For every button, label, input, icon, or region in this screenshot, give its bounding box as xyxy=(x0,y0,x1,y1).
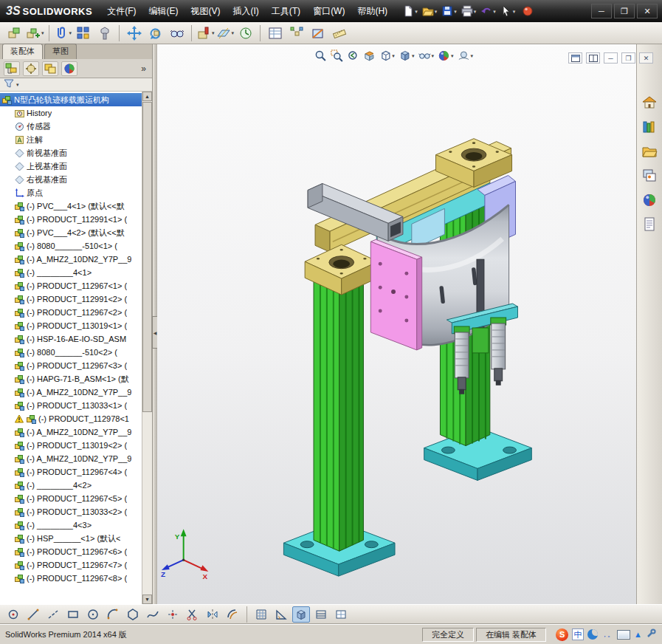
print-button[interactable]: ▾ xyxy=(460,4,478,18)
tree-item[interactable]: (-) PRODUCT_112967<7> ( xyxy=(0,558,142,572)
select-tool-button[interactable]: ▾ xyxy=(499,4,517,18)
tree-item[interactable]: (-) ________4<3> xyxy=(0,518,142,532)
rectangle-tool-button[interactable] xyxy=(64,606,82,623)
tree-item[interactable]: (-) ________4<2> xyxy=(0,479,142,492)
polygon-tool-button[interactable] xyxy=(124,606,142,623)
tree-item[interactable]: (-) A_MHZ2_10DN2_Y7P__9 xyxy=(0,452,142,465)
minimize-button[interactable]: ─ xyxy=(591,4,612,18)
sogou-logo-icon[interactable]: S xyxy=(556,628,568,641)
appearances-scenes-icon[interactable] xyxy=(640,191,660,210)
point-tool-button[interactable] xyxy=(164,606,182,623)
grid-snap-button[interactable] xyxy=(252,606,270,623)
show-hidden-components-button[interactable] xyxy=(167,24,187,43)
punctuation-mode-icon[interactable]: ，。 xyxy=(601,630,613,640)
mirror-entities-button[interactable] xyxy=(204,606,221,623)
insert-components-button[interactable]: ▾ xyxy=(26,26,44,41)
tree-item[interactable]: (-) HSP-16-AE-IO-SD_ASM xyxy=(0,332,142,346)
panel-overflow-chevron[interactable]: » xyxy=(139,64,148,74)
menu-edit[interactable]: 编辑(E) xyxy=(142,2,184,21)
tree-item[interactable]: (-) PRODUCT_112967<8> ( xyxy=(0,572,142,585)
moon-mode-icon[interactable] xyxy=(587,629,598,640)
circle-tool-button[interactable] xyxy=(84,606,102,623)
tree-item[interactable]: (-) PRODUCT_112967<2> ( xyxy=(0,306,142,319)
bill-of-materials-button[interactable] xyxy=(265,24,285,43)
smart-fasteners-button[interactable] xyxy=(94,24,114,43)
scroll-up-icon[interactable]: ▲ xyxy=(142,92,152,101)
model-pink-plate[interactable] xyxy=(370,239,421,350)
split-window-icon[interactable] xyxy=(586,52,600,64)
tree-item[interactable]: N型凸轮轨迹移载搬运机构 xyxy=(0,93,142,106)
linear-component-pattern-button[interactable] xyxy=(73,24,93,43)
tree-item[interactable]: (-) PVC___4<2> (默认<<默 xyxy=(0,226,142,239)
edit-appearance-button[interactable]: ▾ xyxy=(437,49,455,63)
scrollbar-thumb[interactable] xyxy=(142,102,152,412)
restore-button[interactable]: ❐ xyxy=(614,4,635,18)
hide-show-items-button[interactable]: ▾ xyxy=(417,49,435,63)
file-explorer-icon[interactable] xyxy=(640,142,660,161)
display-style-button[interactable]: ▾ xyxy=(398,49,416,63)
move-component-button[interactable] xyxy=(124,24,144,43)
tree-item[interactable]: (-) A_MHZ2_10DN2_Y7P__9 xyxy=(0,425,142,439)
tray-wrench-icon[interactable] xyxy=(646,628,656,640)
undo-button[interactable]: ▾ xyxy=(479,4,497,18)
tree-item[interactable]: (-) PRODUCT_112967<4> ( xyxy=(0,465,142,479)
caret-icon[interactable]: ▾ xyxy=(16,82,19,87)
tree-item[interactable]: (-) PRODUCT_112967<6> ( xyxy=(0,545,142,558)
tree-item[interactable]: 前视基准面 xyxy=(0,146,142,160)
tree-item[interactable]: (-) A_MHZ2_10DN2_Y7P__9 xyxy=(0,253,142,266)
design-library-icon[interactable] xyxy=(640,117,660,137)
new-motion-study-button[interactable] xyxy=(235,24,255,43)
shaded-view-toggle[interactable] xyxy=(292,606,310,623)
spline-tool-button[interactable] xyxy=(144,606,162,623)
arc-tool-button[interactable] xyxy=(104,606,122,623)
save-button[interactable]: ▾ xyxy=(440,4,458,18)
select-button[interactable] xyxy=(4,606,22,623)
tree-item[interactable]: (-) PRODUCT_112991<1> ( xyxy=(0,213,142,226)
model-canvas[interactable]: Y X Z xyxy=(157,44,636,604)
displaymanager-tab[interactable] xyxy=(61,61,77,76)
rotate-component-button[interactable] xyxy=(145,24,165,43)
tray-up-arrow-icon[interactable]: ▲ xyxy=(634,631,642,639)
tree-item[interactable]: (-) HSP______<1> (默认< xyxy=(0,532,142,545)
angle-snap-button[interactable] xyxy=(272,606,290,623)
tree-scrollbar[interactable]: ▲ ▼ xyxy=(142,92,152,604)
propertymanager-tab[interactable] xyxy=(23,61,39,76)
mate-button[interactable]: ▾ xyxy=(54,26,72,41)
assembly-features-button[interactable]: ▾ xyxy=(196,26,215,41)
menu-view[interactable]: 视图(V) xyxy=(185,2,226,21)
tree-item[interactable]: (-) ________4<1> xyxy=(0,266,142,279)
menu-file[interactable]: 文件(F) xyxy=(101,2,142,21)
open-document-button[interactable]: ▾ xyxy=(421,4,439,18)
tree-item[interactable]: 注解 xyxy=(0,133,142,146)
tree-item[interactable]: (-) PRODUCT_112991<2> ( xyxy=(0,292,142,306)
tree-item[interactable]: (-) PVC___4<1> (默认<<默 xyxy=(0,199,142,213)
trim-entities-button[interactable] xyxy=(184,606,201,623)
section-tool-button[interactable] xyxy=(308,24,328,43)
home-tab-icon[interactable] xyxy=(640,93,660,112)
new-window-icon[interactable] xyxy=(568,52,582,64)
tree-item[interactable]: (-) 8080______-510<2> ( xyxy=(0,346,142,359)
new-document-button[interactable]: ▾ xyxy=(401,4,419,18)
table-view-toggle[interactable] xyxy=(332,606,350,623)
tab-sketch[interactable]: 草图 xyxy=(44,44,77,59)
reference-geometry-button[interactable]: ▾ xyxy=(216,26,235,41)
exploded-view-button[interactable] xyxy=(286,24,306,43)
tree-item[interactable]: (-) 8080______-510<1> ( xyxy=(0,239,142,253)
model-left-column[interactable] xyxy=(314,259,363,551)
featuremanager-tab[interactable] xyxy=(4,61,20,76)
offset-entities-button[interactable] xyxy=(224,606,241,623)
close-button[interactable]: ✕ xyxy=(637,4,658,18)
scroll-down-icon[interactable]: ▼ xyxy=(142,595,152,604)
tree-item[interactable]: 传感器 xyxy=(0,120,142,133)
soft-keyboard-icon[interactable] xyxy=(617,630,630,640)
menu-help[interactable]: 帮助(H) xyxy=(351,2,393,21)
tab-assembly[interactable]: 装配体 xyxy=(2,44,43,59)
graphics-viewport[interactable]: Y X Z ▾ ▾ ▾ ▾ ▾ xyxy=(157,44,636,604)
restore-document-button[interactable]: ❐ xyxy=(621,52,635,64)
tree-item[interactable]: (-) PRODUCT_112967<3> ( xyxy=(0,359,142,372)
configurationmanager-tab[interactable] xyxy=(42,61,58,76)
tree-item[interactable]: History xyxy=(0,106,142,120)
zoom-to-fit-button[interactable] xyxy=(313,49,327,63)
measure-button[interactable] xyxy=(329,24,349,43)
close-document-button[interactable]: ✕ xyxy=(639,52,653,64)
